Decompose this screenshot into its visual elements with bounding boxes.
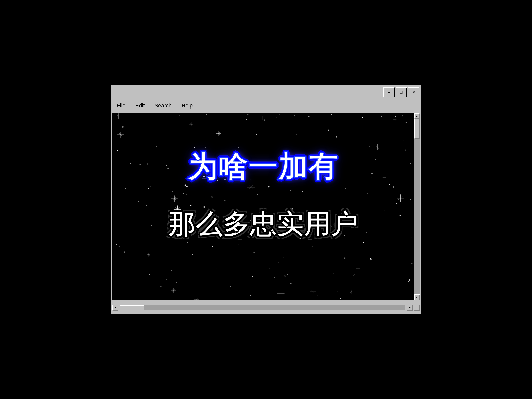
scroll-thumb-vertical[interactable] [414,119,420,139]
text-line2: 那么多忠实用户 [168,207,358,243]
scroll-up-button[interactable]: ▲ [414,113,420,119]
menu-help[interactable]: Help [180,101,194,110]
scroll-right-button[interactable]: ► [407,305,413,311]
scroll-track-vertical[interactable] [414,119,420,294]
scrollbar-vertical: ▲ ▼ [414,113,420,300]
main-window: － □ × File Edit Search Help 为啥一加有 那么多忠实用… [111,85,421,314]
scroll-track-horizontal[interactable] [120,305,405,310]
scroll-left-button[interactable]: ◄ [112,305,118,311]
maximize-button[interactable]: □ [396,87,407,97]
scroll-down-button[interactable]: ▼ [414,294,420,300]
minimize-button[interactable]: － [383,87,395,97]
scrollbar-corner [414,305,420,311]
main-canvas: 为啥一加有 那么多忠实用户 [112,113,414,300]
menu-bar: File Edit Search Help [111,99,421,112]
menu-file[interactable]: File [115,101,127,110]
title-bar: － □ × [111,85,421,99]
menu-edit[interactable]: Edit [134,101,146,110]
text-line1: 为啥一加有 [188,148,338,187]
menu-search[interactable]: Search [153,101,173,110]
close-button[interactable]: × [408,87,419,97]
scroll-thumb-horizontal[interactable] [120,305,144,310]
scrollbar-horizontal: ◄ ► [111,301,421,314]
title-bar-buttons: － □ × [383,87,419,97]
content-area: 为啥一加有 那么多忠实用户 ▲ ▼ [111,112,421,301]
